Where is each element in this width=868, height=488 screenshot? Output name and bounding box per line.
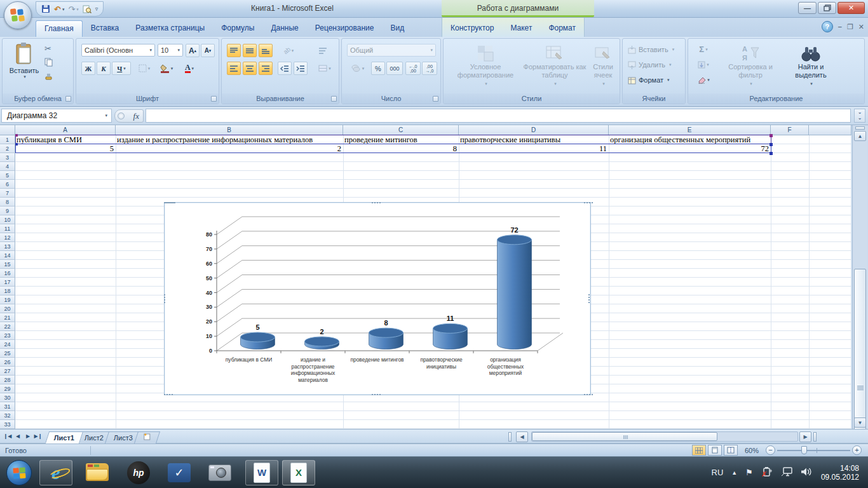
close-button[interactable]: ✕ [837, 2, 865, 14]
h-split-handle[interactable] [813, 432, 817, 442]
font-size-combo[interactable]: 10▾ [158, 44, 183, 57]
row-header-5[interactable]: 5 [0, 171, 15, 180]
taskbar-camera-button[interactable] [203, 460, 236, 485]
help-button[interactable]: ? [822, 21, 833, 32]
row-header-25[interactable]: 25 [0, 349, 15, 358]
v-split-handle[interactable] [855, 126, 865, 130]
format-as-table-button[interactable]: Форматировать как таблицу▾ [521, 44, 588, 88]
hidden-icons-button[interactable]: ▲ [731, 470, 737, 476]
view-page-break-button[interactable] [724, 445, 738, 456]
volume-icon[interactable] [801, 467, 813, 478]
tab-formuly[interactable]: Формулы [213, 20, 262, 37]
insert-sheet-button[interactable] [134, 431, 160, 444]
zoom-out-button[interactable]: − [766, 445, 775, 455]
minimize-button[interactable]: — [798, 2, 817, 14]
undo-button[interactable]: ↶▾ [54, 5, 64, 13]
cut-button[interactable]: ✂ [44, 44, 51, 53]
taskbar-excel-button[interactable]: X [282, 460, 315, 485]
font-color-button[interactable]: А▾ [179, 62, 200, 75]
row-header-21[interactable]: 21 [0, 313, 15, 322]
row-header-12[interactable]: 12 [0, 233, 15, 242]
row-header-9[interactable]: 9 [0, 207, 15, 215]
zoom-level[interactable]: 60% [745, 447, 759, 454]
view-page-layout-button[interactable] [708, 445, 722, 456]
column-header-b[interactable]: B [116, 125, 343, 135]
row-header-29[interactable]: 29 [0, 384, 15, 393]
row-header-3[interactable]: 3 [0, 153, 15, 162]
decrease-decimal-button[interactable]: ,00→,0 [422, 62, 437, 75]
row-header-17[interactable]: 17 [0, 278, 15, 287]
insert-cells-button[interactable]: Вставить▾ [628, 43, 674, 57]
scroll-up-button[interactable]: ▲ [854, 131, 866, 141]
h-scroll-thumb[interactable] [532, 432, 717, 441]
align-bottom-button[interactable] [259, 44, 273, 57]
taskbar-clock[interactable]: 14:08 09.05.2012 [821, 464, 859, 482]
h-scroll-left-button[interactable]: ◀ [516, 431, 528, 442]
grow-font-button[interactable]: А▴ [186, 44, 200, 57]
clear-button[interactable]: ▾ [693, 73, 714, 86]
action-center-flag-icon[interactable]: ⚑ [745, 468, 753, 477]
taskbar-word-button[interactable]: W [245, 460, 278, 485]
name-box[interactable]: Диаграмма 32▾ [1, 109, 112, 123]
decrease-indent-button[interactable] [278, 62, 292, 75]
formula-input[interactable] [146, 109, 851, 123]
network-icon[interactable] [781, 467, 792, 478]
row-header-30[interactable]: 30 [0, 393, 15, 402]
workbook-minimize-button[interactable]: – [838, 23, 842, 30]
comma-style-button[interactable]: 000 [386, 62, 403, 75]
increase-indent-button[interactable] [294, 62, 308, 75]
view-normal-button[interactable] [692, 445, 706, 456]
tab-recenzirovanie[interactable]: Рецензирование [307, 20, 383, 37]
chart-handle-corner-bl[interactable] [164, 394, 165, 395]
bold-button[interactable]: Ж [81, 62, 95, 75]
row-header-26[interactable]: 26 [0, 358, 15, 367]
chart-handle-corner-tl[interactable] [164, 202, 168, 203]
shrink-font-button[interactable]: А▾ [201, 44, 215, 57]
wrap-text-button[interactable] [315, 44, 331, 57]
align-middle-button[interactable] [243, 44, 257, 57]
row-header-33[interactable]: 33 [0, 420, 15, 429]
row-header-31[interactable]: 31 [0, 402, 15, 411]
number-format-combo[interactable]: Общий▾ [347, 44, 436, 57]
horizontal-scrollbar[interactable] [531, 431, 798, 442]
scroll-down-button[interactable]: ▼ [854, 417, 866, 428]
row-header-10[interactable]: 10 [0, 215, 15, 224]
tab-split-handle[interactable] [508, 432, 512, 442]
column-header-f[interactable]: F [771, 125, 809, 135]
font-name-combo[interactable]: Calibri (Основн▾ [81, 44, 155, 57]
row-header-32[interactable]: 32 [0, 411, 15, 420]
tab-maket[interactable]: Макет [502, 20, 540, 37]
chart-handle-right[interactable] [588, 294, 590, 295]
office-button[interactable] [4, 1, 32, 29]
chart-handle-top[interactable] [372, 202, 373, 203]
last-sheet-button[interactable]: ▶❙ [33, 433, 43, 439]
range-handle[interactable] [770, 143, 773, 146]
fill-color-button[interactable]: ▾ [156, 62, 177, 75]
underline-button[interactable]: Ч▾ [112, 62, 131, 75]
borders-button[interactable]: ▾ [135, 62, 154, 75]
row-header-2[interactable]: 2 [0, 144, 15, 153]
row-header-14[interactable]: 14 [0, 251, 15, 260]
format-cells-button[interactable]: Формат▾ [628, 73, 670, 87]
row-header-19[interactable]: 19 [0, 295, 15, 304]
tab-vstavka[interactable]: Вставка [83, 20, 128, 37]
row-header-23[interactable]: 23 [0, 331, 15, 340]
tab-dannye[interactable]: Данные [262, 20, 306, 37]
chart-handle-corner-tr[interactable] [584, 202, 585, 203]
row-header-27[interactable]: 27 [0, 367, 15, 376]
row-header-24[interactable]: 24 [0, 340, 15, 349]
alignment-dialog-launcher[interactable] [331, 96, 337, 102]
h-scroll-right-button[interactable]: ▶ [799, 431, 811, 442]
align-center-button[interactable] [243, 62, 257, 75]
autosum-button[interactable]: Σ▾ [693, 43, 714, 56]
cell-styles-button[interactable]: Стили ячеек▾ [588, 44, 618, 88]
redo-button[interactable]: ↷▾ [68, 5, 78, 13]
merge-center-button[interactable]: ▾ [315, 62, 335, 75]
insert-function-button[interactable]: fx [114, 109, 144, 123]
row-header-6[interactable]: 6 [0, 180, 15, 189]
taskbar-hp-button[interactable]: hp [122, 460, 155, 485]
chart-handle-left[interactable] [164, 294, 165, 295]
prev-sheet-button[interactable]: ◀ [13, 433, 23, 439]
expand-formula-bar-button[interactable]: ⌄⌄ [854, 109, 865, 123]
chart-object[interactable]: 010203040506070805281172публикация в СМИ… [164, 202, 591, 395]
